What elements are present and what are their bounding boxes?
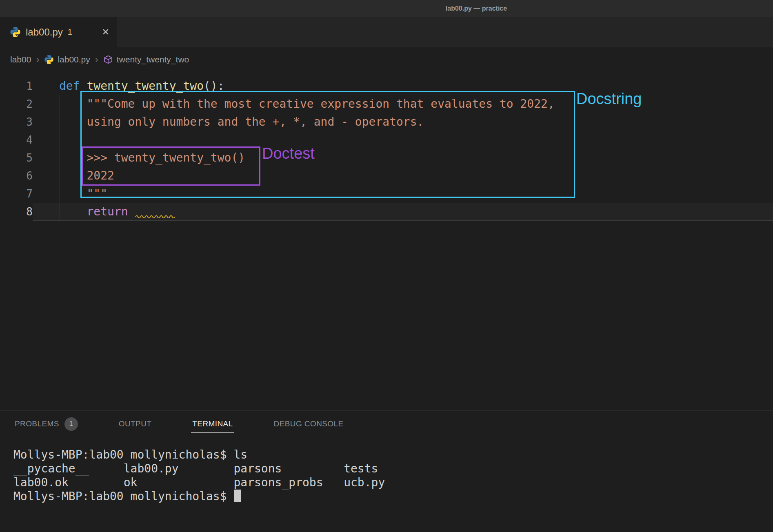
breadcrumb-folder[interactable]: lab00 bbox=[10, 55, 31, 64]
panel-tab-problems[interactable]: PROBLEMS1 bbox=[15, 417, 78, 431]
indent-guide bbox=[60, 95, 60, 221]
panel-tab-debug-console[interactable]: DEBUG CONSOLE bbox=[274, 419, 344, 428]
tab-lab00py[interactable]: lab00.py 1 ✕ bbox=[0, 17, 117, 47]
line-number: 6 bbox=[0, 167, 33, 185]
vscode-window: lab00.py — practice lab00.py 1 ✕ lab00 ›… bbox=[0, 0, 773, 532]
panel-tab-label: OUTPUT bbox=[119, 419, 152, 428]
terminal-cursor bbox=[234, 490, 241, 502]
tab-label: lab00.py bbox=[26, 27, 63, 38]
code-text: return bbox=[33, 203, 773, 221]
panel-tab-output[interactable]: OUTPUT bbox=[119, 419, 152, 428]
line-number: 5 bbox=[0, 149, 33, 167]
breadcrumb: lab00 › lab00.py › twenty_twenty_two bbox=[0, 47, 773, 71]
panel-tab-label: PROBLEMS bbox=[15, 419, 59, 428]
editor[interactable]: 1def twenty_twenty_two():2 """Come up wi… bbox=[0, 71, 773, 410]
bottom-panel: PROBLEMS1OUTPUTTERMINALDEBUG CONSOLE Mol… bbox=[0, 410, 773, 532]
line-number: 2 bbox=[0, 95, 33, 113]
terminal-line: lab00.ok ok parsons_probs ucb.py bbox=[13, 476, 773, 490]
tab-bar: lab00.py 1 ✕ bbox=[0, 17, 773, 47]
python-icon bbox=[44, 55, 54, 64]
line-number: 7 bbox=[0, 185, 33, 203]
close-icon[interactable]: ✕ bbox=[102, 27, 109, 38]
terminal-line: __pycache__ lab00.py parsons tests bbox=[13, 462, 773, 476]
panel-tabs: PROBLEMS1OUTPUTTERMINALDEBUG CONSOLE bbox=[0, 410, 773, 437]
warning-squiggle-icon bbox=[135, 214, 175, 218]
window-title: lab00.py — practice bbox=[446, 0, 507, 17]
terminal-content[interactable]: Mollys-MBP:lab00 mollynicholas$ ls__pyca… bbox=[13, 448, 773, 503]
line-number: 1 bbox=[0, 77, 33, 95]
docstring-annotation-label: Docstring bbox=[576, 90, 642, 108]
code-line-8[interactable]: 8 return bbox=[0, 203, 773, 221]
python-icon bbox=[10, 27, 21, 38]
tab-problem-count: 1 bbox=[68, 27, 72, 37]
line-number: 8 bbox=[0, 203, 33, 221]
panel-tab-label: DEBUG CONSOLE bbox=[274, 419, 344, 428]
panel-tab-label: TERMINAL bbox=[192, 419, 233, 428]
chevron-right-icon: › bbox=[95, 54, 98, 65]
chevron-right-icon: › bbox=[36, 54, 39, 65]
titlebar: lab00.py — practice bbox=[0, 0, 773, 17]
symbol-cube-icon bbox=[103, 55, 113, 64]
breadcrumb-symbol[interactable]: twenty_twenty_two bbox=[117, 55, 189, 64]
breadcrumb-file[interactable]: lab00.py bbox=[58, 55, 90, 64]
problems-count-badge: 1 bbox=[64, 417, 78, 431]
doctest-annotation-box bbox=[82, 146, 260, 186]
doctest-annotation-label: Doctest bbox=[262, 145, 315, 162]
terminal-line: Mollys-MBP:lab00 mollynicholas$ ls bbox=[13, 448, 773, 462]
terminal-line: Mollys-MBP:lab00 mollynicholas$ bbox=[13, 490, 773, 503]
panel-tab-terminal[interactable]: TERMINAL bbox=[192, 419, 233, 428]
line-number: 3 bbox=[0, 113, 33, 131]
line-number: 4 bbox=[0, 131, 33, 149]
